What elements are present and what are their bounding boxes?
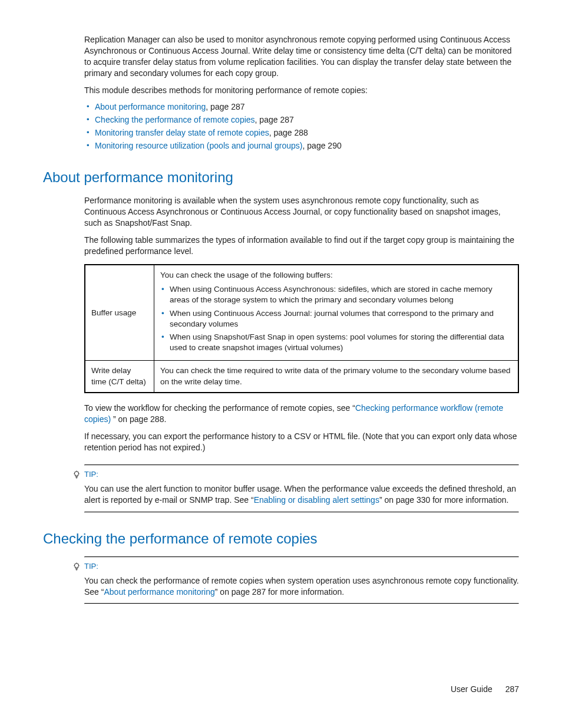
text-fragment: ” on page 287 for more information. (215, 587, 344, 597)
buffer-intro: You can check the usage of the following… (160, 271, 333, 279)
tip-text: You can check the performance of remote … (84, 575, 519, 598)
text-fragment: ” on page 288. (113, 414, 166, 424)
list-item: When using Continuous Access Asynchronou… (160, 284, 512, 305)
link-about-perf[interactable]: About performance monitoring (95, 102, 206, 111)
tip-text: You can use the alert function to monito… (84, 483, 519, 506)
table-row: Write delay time (C/T delta) You can che… (85, 361, 518, 393)
toc-suffix: , page 288 (269, 128, 308, 137)
info-table: Buffer usage You can check the usage of … (84, 264, 519, 393)
link-about-perf-inline[interactable]: About performance monitoring (104, 587, 214, 597)
page-footer: User Guide 287 (451, 684, 519, 695)
section-about-body: Performance monitoring is available when… (84, 195, 519, 512)
tip-block: TIP: You can check the performance of re… (84, 556, 519, 604)
toc-suffix: , page 287 (206, 102, 244, 111)
list-item: When using Continuous Access Journal: jo… (160, 308, 512, 330)
lightbulb-icon (72, 470, 81, 479)
toc-suffix: , page 287 (255, 115, 294, 124)
page-number: 287 (505, 684, 519, 694)
text-fragment: ” on page 330 for more information. (379, 495, 508, 505)
intro-paragraph-2: This module describes methods for monito… (84, 85, 519, 96)
toc-suffix: , page 290 (303, 141, 342, 150)
tip-label: TIP: (84, 469, 98, 480)
link-monitoring-resource[interactable]: Monitoring resource utilization (pools a… (95, 141, 303, 150)
toc-item: Monitoring transfer delay state of remot… (84, 127, 519, 139)
link-monitoring-delay[interactable]: Monitoring transfer delay state of remot… (95, 128, 269, 137)
divider (84, 465, 519, 466)
after-table-p1: To view the workflow for checking the pe… (84, 403, 519, 425)
tip-block: TIP: You can use the alert function to m… (84, 465, 519, 512)
intro-paragraph-1: Replication Manager can also be used to … (84, 34, 519, 79)
about-p2: The following table summarizes the types… (84, 235, 519, 257)
toc-item: Monitoring resource utilization (pools a… (84, 140, 519, 151)
table-row: Buffer usage You can check the usage of … (85, 265, 518, 361)
divider (84, 556, 519, 558)
tip-header: TIP: (72, 561, 519, 572)
page: Replication Manager can also be used to … (0, 0, 562, 728)
list-item: When using Snapshot/Fast Snap in open sy… (160, 332, 512, 353)
heading-checking-perf: Checking the performance of remote copie… (43, 529, 519, 548)
section-checking-body: TIP: You can check the performance of re… (84, 556, 519, 604)
divider (84, 603, 519, 604)
footer-label: User Guide (451, 684, 492, 694)
link-checking-perf[interactable]: Checking the performance of remote copie… (95, 115, 255, 124)
about-p1: Performance monitoring is available when… (84, 195, 519, 229)
tip-label: TIP: (84, 561, 98, 572)
cell-buffer-body: You can check the usage of the following… (154, 265, 519, 361)
cell-buffer-label: Buffer usage (85, 265, 154, 361)
text-fragment: To view the workflow for checking the pe… (84, 403, 355, 413)
intro-block: Replication Manager can also be used to … (84, 34, 519, 151)
toc-item: About performance monitoring, page 287 (84, 101, 519, 113)
heading-about-perf: About performance monitoring (43, 168, 519, 187)
link-alert-settings[interactable]: Enabling or disabling alert settings (254, 495, 379, 505)
lightbulb-icon (72, 562, 81, 571)
cell-delay-body: You can check the time required to write… (154, 361, 519, 393)
toc-item: Checking the performance of remote copie… (84, 114, 519, 126)
cell-delay-label: Write delay time (C/T delta) (85, 361, 154, 393)
divider (84, 512, 519, 513)
buffer-list: When using Continuous Access Asynchronou… (160, 284, 512, 353)
toc-list: About performance monitoring, page 287 C… (84, 101, 519, 151)
tip-header: TIP: (72, 469, 519, 480)
after-table-p2: If necessary, you can export the perform… (84, 431, 519, 453)
